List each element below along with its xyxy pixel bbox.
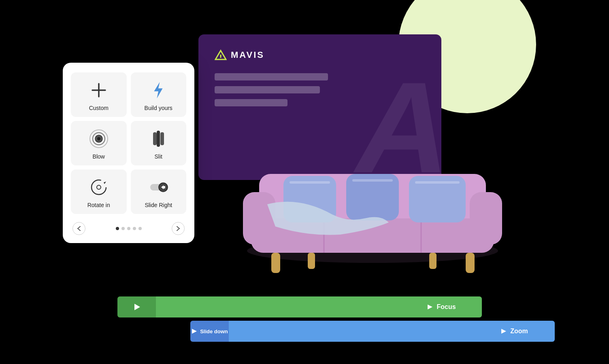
dot-4[interactable] <box>133 227 136 230</box>
svg-rect-28 <box>160 132 164 145</box>
panel-item-custom[interactable]: Custom <box>71 72 127 117</box>
lightning-icon <box>151 81 166 99</box>
svg-rect-5 <box>243 192 275 245</box>
svg-rect-11 <box>308 253 315 269</box>
slit-label: Slit <box>155 153 162 160</box>
svg-marker-21 <box>154 82 163 98</box>
panel-item-slit[interactable]: Slit <box>131 121 187 165</box>
svg-rect-9 <box>271 253 280 273</box>
dot-2[interactable] <box>121 227 125 230</box>
next-arrow[interactable] <box>172 222 185 235</box>
svg-point-29 <box>92 180 106 195</box>
blow-icon <box>88 128 109 149</box>
blow-icon-container <box>88 128 109 149</box>
svg-rect-6 <box>470 192 502 245</box>
slit-icon-container <box>148 128 169 149</box>
focus-bar-left <box>117 296 156 317</box>
play-icon-blue <box>191 328 198 334</box>
focus-bar-center <box>156 296 401 317</box>
rotate-in-icon-container <box>88 177 109 198</box>
rotate-icon <box>88 177 109 198</box>
panel-grid: Custom Build yours <box>71 72 186 214</box>
svg-rect-12 <box>429 253 437 269</box>
bottom-bars-container: Focus Slide down Zoom <box>117 296 609 342</box>
prev-arrow[interactable] <box>72 222 85 235</box>
svg-point-31 <box>97 185 101 189</box>
focus-bar[interactable]: Focus <box>117 296 482 317</box>
slide-right-label: Slide Right <box>145 202 172 208</box>
slide-down-bar-center <box>229 321 474 342</box>
card-line-3 <box>215 99 287 106</box>
sofa-image <box>227 133 518 287</box>
panel-navigation <box>71 222 186 235</box>
svg-marker-39 <box>501 329 506 334</box>
plus-icon <box>90 81 108 99</box>
slide-down-bar[interactable]: Slide down Zoom <box>190 321 555 342</box>
flag-icon-green <box>427 304 433 310</box>
svg-marker-37 <box>428 305 432 309</box>
panel-item-rotate-in[interactable]: Rotate in <box>71 169 127 214</box>
svg-rect-35 <box>164 186 165 188</box>
panel-item-blow[interactable]: Blow <box>71 121 127 165</box>
svg-rect-18 <box>415 181 460 184</box>
sofa-svg <box>227 133 518 287</box>
zoom-label: Zoom <box>510 328 528 335</box>
card-line-1 <box>215 73 328 80</box>
chevron-right-icon <box>176 226 180 231</box>
dot-3[interactable] <box>127 227 130 230</box>
svg-marker-38 <box>192 329 197 334</box>
pagination-dots <box>116 227 142 230</box>
mavis-logo-icon <box>215 49 227 61</box>
dot-1[interactable] <box>116 227 119 230</box>
animation-panel: Custom Build yours <box>63 63 194 243</box>
focus-bar-right: Focus <box>401 296 482 317</box>
scene: MAVIS A <box>0 0 609 364</box>
brand-name: MAVIS <box>231 50 264 60</box>
build-yours-icon-container <box>148 80 169 101</box>
panel-item-slide-right[interactable]: Slide Right <box>131 169 187 214</box>
slide-down-bar-right: Zoom <box>474 321 555 342</box>
blow-label: Blow <box>93 153 105 160</box>
svg-point-25 <box>97 137 100 140</box>
svg-rect-16 <box>290 181 330 184</box>
rotate-in-label: Rotate in <box>87 202 110 208</box>
flag-icon-blue <box>500 328 507 334</box>
dot-5[interactable] <box>138 227 142 230</box>
panel-item-build-yours[interactable]: Build yours <box>131 72 187 117</box>
card-line-2 <box>215 86 320 93</box>
custom-icon-container <box>88 80 109 101</box>
svg-rect-10 <box>466 253 475 273</box>
slide-down-bar-left: Slide down <box>190 321 229 342</box>
slide-right-icon-container <box>148 177 169 198</box>
svg-rect-27 <box>157 131 160 147</box>
custom-label: Custom <box>89 105 109 111</box>
svg-rect-26 <box>153 132 157 145</box>
focus-bar-label: Focus <box>437 303 456 311</box>
chevron-left-icon <box>77 226 81 231</box>
svg-rect-17 <box>352 179 393 182</box>
svg-marker-36 <box>134 304 140 310</box>
slit-icon <box>148 128 169 149</box>
slide-down-label: Slide down <box>200 328 228 334</box>
play-icon-green <box>133 303 141 311</box>
slide-right-icon <box>148 177 169 198</box>
build-yours-label: Build yours <box>145 105 172 111</box>
